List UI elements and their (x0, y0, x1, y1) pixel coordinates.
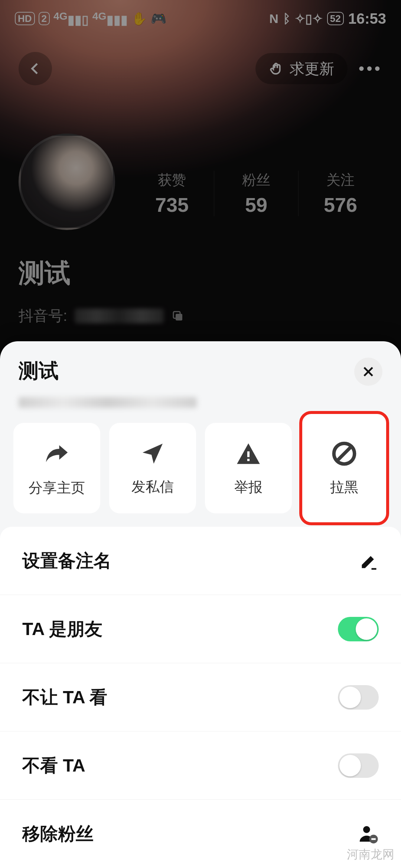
close-icon (361, 365, 375, 379)
row-label: 不让 TA 看 (22, 685, 107, 709)
is-friend-row: TA 是朋友 (0, 595, 401, 663)
sheet-subtitle-hidden (19, 397, 197, 408)
watermark: 河南龙网 (347, 846, 394, 863)
share-profile-button[interactable]: 分享主页 (13, 423, 100, 513)
action-grid: 分享主页 发私信 举报 拉黑 (13, 423, 388, 513)
settings-list: 设置备注名 TA 是朋友 不让 TA 看 不看 TA 移除粉丝 (0, 527, 401, 868)
svg-point-9 (363, 826, 370, 833)
svg-rect-8 (372, 568, 376, 569)
action-label: 拉黑 (330, 478, 358, 497)
sheet-title: 测试 (19, 358, 59, 385)
report-button[interactable]: 举报 (205, 423, 292, 513)
action-label: 发私信 (131, 477, 174, 496)
block-button[interactable]: 拉黑 (301, 412, 388, 524)
not-see-row: 不看 TA (0, 731, 401, 800)
row-label: 不看 TA (22, 754, 85, 777)
share-icon (42, 439, 71, 468)
block-icon (330, 440, 358, 467)
hide-from-row: 不让 TA 看 (0, 663, 401, 731)
remove-user-icon (358, 823, 379, 844)
hide-from-toggle[interactable] (338, 685, 379, 710)
remove-follower-row[interactable]: 移除粉丝 (0, 800, 401, 868)
not-see-toggle[interactable] (338, 753, 379, 778)
action-label: 分享主页 (29, 479, 85, 497)
action-sheet: 测试 分享主页 发私信 举报 拉黑 设置备注名 (0, 341, 401, 868)
svg-line-7 (338, 447, 351, 460)
send-message-button[interactable]: 发私信 (109, 423, 196, 513)
row-label: TA 是朋友 (22, 617, 102, 641)
set-remark-row[interactable]: 设置备注名 (0, 527, 401, 595)
close-button[interactable] (354, 358, 382, 386)
alert-icon (235, 440, 262, 467)
row-label: 设置备注名 (22, 549, 111, 573)
action-label: 举报 (234, 478, 263, 497)
is-friend-toggle[interactable] (338, 617, 379, 641)
svg-rect-5 (247, 458, 250, 461)
row-label: 移除粉丝 (22, 822, 94, 846)
send-icon (139, 440, 166, 467)
edit-icon (359, 551, 379, 571)
svg-rect-4 (247, 451, 250, 457)
